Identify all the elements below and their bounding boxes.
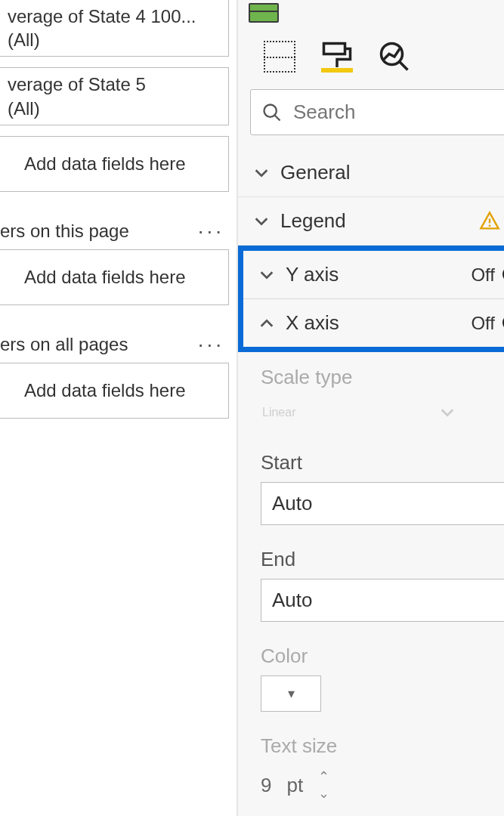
- more-options-icon[interactable]: ···: [198, 332, 229, 357]
- svg-point-3: [264, 104, 277, 116]
- visual-thumbnail-icon: [249, 3, 279, 23]
- section-x-axis[interactable]: X axis Off: [243, 299, 504, 347]
- x-axis-settings: Scale type Linear Start End Color Text s…: [238, 352, 504, 816]
- add-report-filters-dropzone[interactable]: Add data fields here: [0, 363, 229, 419]
- toggle-state: Off: [471, 264, 495, 286]
- filters-all-header: ers on all pages ···: [0, 326, 229, 363]
- end-label: End: [261, 548, 504, 571]
- format-search[interactable]: [250, 89, 504, 135]
- textsize-label: Text size: [261, 734, 504, 758]
- visualizations-format-pane: General Legend Y axis Off: [238, 0, 504, 816]
- field-well-state4[interactable]: verage of State 4 100... (All): [0, 0, 229, 57]
- format-tabs: [238, 23, 504, 73]
- search-icon: [261, 102, 283, 123]
- filters-page-header: ers on this page ···: [0, 213, 229, 249]
- chevron-down-icon: [258, 267, 275, 283]
- stepper-icon[interactable]: ⌃⌄: [318, 768, 329, 802]
- textsize-value: 9: [261, 774, 271, 797]
- filters-page-label: ers on this page: [0, 221, 129, 242]
- field-title: verage of State 4 100...: [8, 5, 221, 28]
- fields-filters-pane: verage of State 4 100... (All) verage of…: [0, 0, 238, 816]
- axis-highlight: Y axis Off X axis Off: [238, 246, 504, 352]
- color-picker[interactable]: [261, 675, 321, 712]
- scale-type-label: Scale type: [261, 366, 504, 389]
- scale-type-value: Linear: [262, 406, 295, 419]
- svg-point-6: [489, 224, 491, 227]
- field-title: verage of State 5: [8, 73, 221, 96]
- analytics-tab-icon[interactable]: [379, 41, 410, 73]
- chevron-down-icon: [253, 165, 270, 181]
- svg-line-4: [275, 115, 280, 120]
- toggle-state: Off: [471, 313, 495, 334]
- section-y-axis[interactable]: Y axis Off: [243, 251, 504, 299]
- section-legend[interactable]: Legend: [238, 197, 504, 246]
- start-label: Start: [261, 451, 504, 474]
- svg-line-2: [400, 62, 408, 70]
- textsize-unit: pt: [286, 774, 303, 797]
- chevron-down-icon: [253, 213, 270, 230]
- search-input[interactable]: [293, 100, 504, 124]
- field-well-state5[interactable]: verage of State 5 (All): [0, 67, 229, 125]
- end-input[interactable]: [261, 579, 504, 622]
- scale-type-select[interactable]: Linear: [261, 397, 457, 428]
- svg-rect-0: [324, 44, 345, 54]
- add-fields-dropzone[interactable]: Add data fields here: [0, 136, 229, 192]
- color-label: Color: [261, 644, 504, 668]
- section-label: Legend: [280, 209, 346, 233]
- section-label: General: [280, 161, 351, 184]
- format-sections: General Legend Y axis Off: [238, 149, 504, 816]
- start-input[interactable]: [261, 482, 504, 525]
- chevron-down-icon: [439, 404, 456, 421]
- chevron-up-icon: [258, 315, 275, 332]
- fields-tab-icon[interactable]: [264, 41, 295, 73]
- filters-all-label: ers on all pages: [0, 334, 128, 355]
- warning-icon: [479, 211, 500, 232]
- add-page-filters-dropzone[interactable]: Add data fields here: [0, 249, 229, 305]
- field-sub: (All): [8, 97, 221, 120]
- section-label: X axis: [286, 311, 339, 335]
- format-tab-icon[interactable]: [321, 41, 353, 73]
- section-general[interactable]: General: [238, 149, 504, 197]
- more-options-icon[interactable]: ···: [198, 219, 229, 243]
- field-sub: (All): [8, 28, 221, 51]
- section-label: Y axis: [286, 263, 339, 286]
